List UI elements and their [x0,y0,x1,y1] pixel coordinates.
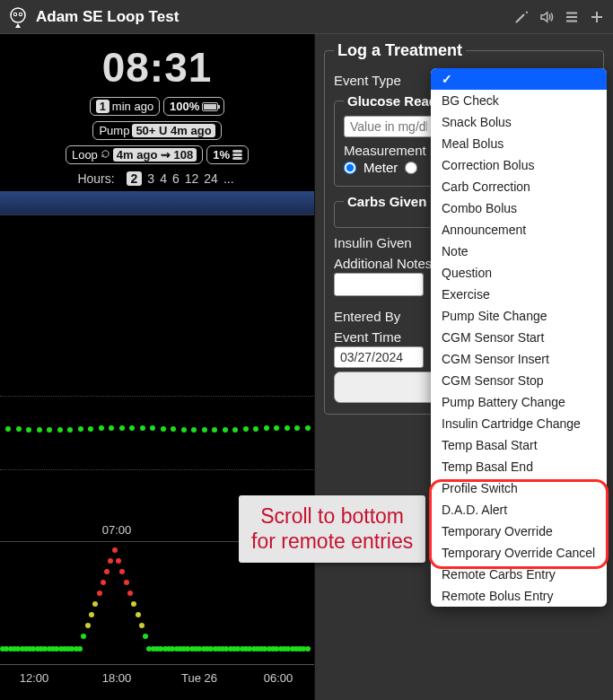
dropdown-option[interactable]: Temporary Override [431,521,607,542]
dropdown-option[interactable]: Remote Carbs Entry [431,564,607,585]
battery-pill[interactable]: 100% [163,97,224,116]
dropdown-option[interactable] [431,68,607,90]
time-axis-label: 06:00 [264,671,293,685]
volume-icon[interactable] [538,8,556,26]
dropdown-option[interactable]: Carb Correction [431,176,607,197]
log-treatment-legend: Log a Treatment [334,41,466,60]
app-title: Adam SE Loop Test [36,8,179,26]
meter-radio[interactable] [344,162,356,174]
rate-pill[interactable]: 1% [206,145,249,164]
dropdown-option[interactable]: BG Check [431,90,607,111]
battery-icon [202,102,218,111]
database-icon [232,150,242,160]
hours-option[interactable]: 3 [147,171,154,186]
pump-pill[interactable]: Pump 50+ U 4m ago [92,121,221,140]
dropdown-option[interactable]: Correction Bolus [431,154,607,176]
time-axis-label: 18:00 [102,671,132,685]
time-ago-pill[interactable]: 1 min ago [90,97,160,116]
hours-selector: Hours: 23461224... [0,171,314,186]
dropdown-option[interactable]: CGM Sensor Start [431,327,607,348]
time-axis-label: 07:00 [102,523,132,537]
dropdown-option[interactable]: Insulin Cartridge Change [431,413,607,434]
hours-option[interactable]: 6 [172,171,180,186]
topbar: Adam SE Loop Test [0,0,613,34]
loop-pill[interactable]: Loop 4m ago ⇝ 108 [66,145,203,164]
carbs-legend: Carbs Given [344,194,430,209]
dropdown-option[interactable]: Snack Bolus [431,111,607,133]
hours-option[interactable]: 2 [127,171,143,186]
time-axis-label: Tue 26 [181,671,217,685]
hours-option[interactable]: 4 [160,171,167,186]
event-type-dropdown[interactable]: BG CheckSnack BolusMeal BolusCorrection … [431,68,607,607]
notes-input[interactable] [334,273,424,296]
hours-option[interactable]: 24 [204,171,218,186]
dropdown-option[interactable]: D.A.D. Alert [431,499,607,521]
svg-point-0 [11,8,25,22]
dropdown-option[interactable]: CGM Sensor Stop [431,370,607,391]
glucose-chart[interactable]: 07:00 12:0018:00Tue 2606:00 [0,191,314,685]
event-time-input[interactable] [334,346,424,368]
edit-icon[interactable] [512,8,530,26]
hours-option[interactable]: 12 [185,171,199,186]
dropdown-option[interactable]: Profile Switch [431,477,607,499]
annotation-callout: Scroll to bottom for remote entries [239,495,425,563]
glucose-input[interactable] [344,116,433,137]
clock: 08:31 [0,43,314,92]
dropdown-option[interactable]: Remote Bolus Entry [431,585,607,607]
sensor-radio[interactable] [405,162,417,174]
dropdown-option[interactable]: Note [431,241,607,262]
dropdown-option[interactable]: Pump Site Change [431,305,607,327]
dropdown-option[interactable]: Temp Basal Start [431,434,607,456]
menu-icon[interactable] [563,8,581,26]
svg-point-4 [20,13,22,15]
hours-option[interactable]: ... [223,171,234,186]
loop-refresh-icon [101,148,110,162]
dropdown-option[interactable]: Pump Battery Change [431,391,607,413]
left-panel: 08:31 1 min ago 100% Pump 50+ U 4m ago [0,34,314,700]
dropdown-option[interactable]: Combo Bolus [431,197,607,219]
dropdown-option[interactable]: CGM Sensor Insert [431,348,607,370]
plus-icon[interactable] [588,8,606,26]
meter-label: Meter [363,160,398,175]
svg-point-3 [14,13,16,15]
time-axis-label: 12:00 [20,671,49,685]
dropdown-option[interactable]: Exercise [431,284,607,305]
dropdown-option[interactable]: Temp Basal End [431,456,607,477]
dropdown-option[interactable]: Temporary Override Cancel [431,542,607,564]
logo-icon [7,6,29,28]
dropdown-option[interactable]: Meal Bolus [431,133,607,154]
dropdown-option[interactable]: Question [431,262,607,284]
dropdown-option[interactable]: Announcement [431,219,607,241]
